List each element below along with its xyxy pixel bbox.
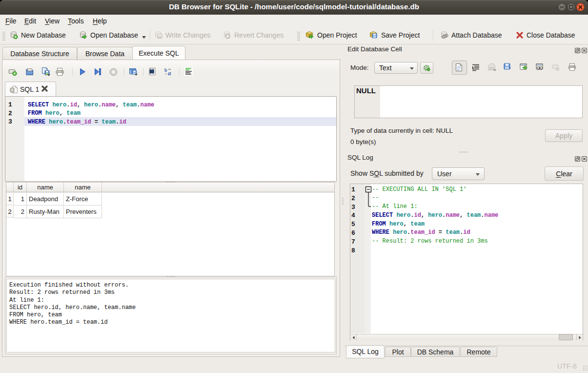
svg-text:b: b [164, 67, 167, 73]
svg-text:a: a [168, 69, 171, 76]
